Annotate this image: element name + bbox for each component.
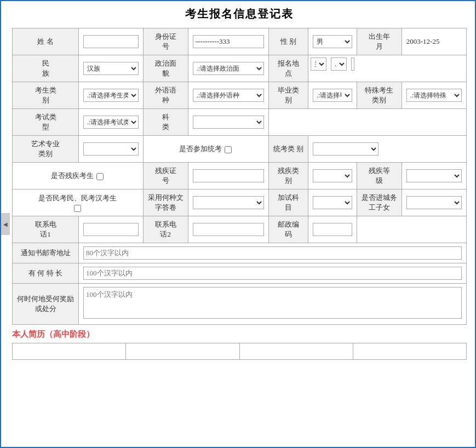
reg-sub-cell: .:请选择 — [329, 55, 349, 73]
address-cell — [79, 243, 467, 263]
test-type-select[interactable]: .:请选择考试类 — [83, 116, 139, 129]
address-input[interactable] — [83, 246, 462, 260]
extra-subject-label: 加试科目 — [268, 189, 308, 216]
main-content: 考生报名信息登记表 姓 名 身份证号 性 别 男 女 — [1, 1, 475, 365]
political-label: 政治面貌 — [143, 55, 188, 82]
table-row: 是否残疾考生 残疾证号 残疾类别 残疾等级 — [13, 163, 467, 189]
page-title: 考生报名信息登记表 — [12, 7, 467, 21]
disability-label: 是否残疾考生 — [51, 171, 94, 180]
table-row: 有 何 特 长 — [13, 263, 467, 284]
exam-type-select[interactable]: .:请选择考生类 — [83, 89, 139, 102]
award-cell — [79, 284, 467, 325]
gender-label: 性 别 — [268, 28, 308, 55]
disability-id-input[interactable] — [193, 169, 264, 182]
extra-subject-select[interactable] — [313, 196, 352, 209]
disability-type-select[interactable] — [313, 169, 352, 182]
tongkao-cell: 是否参加统考 — [143, 136, 268, 163]
subject-label: 科类 — [143, 109, 188, 136]
disability-level-select[interactable] — [406, 169, 462, 182]
ethnicity-select[interactable]: 汉族 — [83, 62, 139, 75]
award-textarea[interactable] — [83, 287, 462, 319]
phone2-label: 联系电话2 — [143, 216, 188, 243]
table-row: 艺术专业类别 是否参加统考 统考类 别 — [13, 136, 467, 163]
gender-select[interactable]: 男 女 — [313, 35, 352, 48]
disability-id-label: 残疾证号 — [143, 163, 188, 189]
phone1-label: 联系电话1 — [13, 216, 79, 243]
table-row: 是否民考民、民考汉考生 采用何种文字答卷 加试科目 是否进城务工子女 — [13, 189, 467, 216]
political-cell: .:请选择政治面 — [188, 55, 268, 82]
registration-sub-select[interactable]: .:请选择 — [331, 58, 347, 71]
disability-level-cell — [402, 163, 466, 189]
table-row: 何时何地受何奖励或处分 — [13, 284, 467, 325]
foreign-lang-cell: .:请选择外语种 — [188, 82, 268, 109]
minzu-label: 是否民考民、民考汉考生 — [38, 194, 117, 202]
phone1-cell — [79, 216, 144, 243]
address-label: 通知书邮寄地址 — [13, 243, 79, 263]
table-row: 考试类型 .:请选择考试类 科类 — [13, 109, 467, 136]
phone2-cell — [188, 216, 268, 243]
tongkao-type-label: 统考类 别 — [268, 136, 308, 163]
answer-type-select[interactable] — [193, 196, 264, 209]
resume-table — [12, 343, 467, 360]
disability-checkbox[interactable] — [96, 173, 104, 180]
tongkao-checkbox[interactable] — [225, 146, 232, 153]
answer-type-cell — [188, 189, 268, 216]
city-worker-cell — [402, 189, 466, 216]
table-row: 考生类别 .:请选择考生类 外语语种 .:请选择外语种 毕业类别 .:请选择毕业… — [13, 82, 467, 109]
reg-city-cell: 兰州市 — [308, 55, 329, 73]
test-type-label: 考试类型 — [13, 109, 79, 136]
name-input-cell — [79, 28, 144, 55]
registration-row: 兰州市 .:请选择 — [308, 55, 357, 73]
resume-row — [13, 343, 467, 360]
subject-select[interactable] — [193, 116, 264, 129]
foreign-lang-label: 外语语种 — [143, 82, 188, 109]
registration-inner: 兰州市 .:请选择 — [308, 55, 357, 73]
empty-cell-2 — [357, 216, 466, 243]
dob-cell: 2003-12-25 — [402, 28, 466, 55]
collapse-tab[interactable]: ◀ — [1, 213, 10, 235]
name-input[interactable] — [83, 35, 139, 48]
graduation-label: 毕业类别 — [268, 82, 308, 109]
tongkao-label: 是否参加统考 — [179, 145, 222, 153]
registration-city-select[interactable]: 兰州市 — [311, 58, 326, 71]
exam-type-label: 考生类别 — [13, 82, 79, 109]
graduation-select[interactable]: .:请选择毕业类 — [313, 89, 352, 102]
art-select[interactable] — [83, 142, 139, 156]
minzu-checkbox[interactable] — [74, 205, 81, 212]
art-cell — [79, 136, 144, 163]
city-worker-label: 是否进城务工子女 — [357, 189, 402, 216]
tongkao-type-select[interactable] — [313, 142, 378, 156]
registration-cell: 兰州市 .:请选择 — [308, 55, 357, 73]
dob-value: 2003-12-25 — [406, 37, 440, 45]
table-row: 姓 名 身份证号 性 别 男 女 出生年月 2003-12-25 — [13, 28, 467, 55]
award-label: 何时何地受何奖励或处分 — [13, 284, 79, 325]
gender-cell: 男 女 — [308, 28, 357, 55]
disability-type-cell — [308, 163, 357, 189]
political-select[interactable]: .:请选择政治面 — [193, 62, 264, 75]
table-row: 通知书邮寄地址 — [13, 243, 467, 263]
phone2-input[interactable] — [193, 223, 264, 236]
talent-input[interactable] — [83, 267, 462, 280]
name-label: 姓 名 — [13, 28, 79, 55]
special-select[interactable]: .:请选择特殊 — [406, 89, 462, 102]
disability-id-cell — [188, 163, 268, 189]
registration-sub2-select[interactable] — [351, 58, 354, 71]
disability-type-label: 残疾类别 — [268, 163, 308, 189]
resume-title: 本人简历（高中阶段） — [12, 325, 467, 342]
disability-level-label: 残疾等级 — [357, 163, 402, 189]
id-number-label: 身份证号 — [143, 28, 188, 55]
ethnicity-cell: 汉族 — [79, 55, 144, 82]
empty-cell-1 — [268, 109, 466, 136]
exam-type-cell: .:请选择考生类 — [79, 82, 144, 109]
special-label: 特殊考生类别 — [357, 82, 402, 109]
minzu-cell: 是否民考民、民考汉考生 — [13, 189, 144, 216]
phone1-input[interactable] — [83, 223, 139, 236]
foreign-lang-select[interactable]: .:请选择外语种 — [193, 89, 264, 102]
postal-input[interactable] — [313, 223, 352, 236]
table-row: 民族 汉族 政治面貌 .:请选择政治面 报名地点 — [13, 55, 467, 82]
id-number-cell — [188, 28, 268, 55]
subject-cell — [188, 109, 268, 136]
city-worker-select[interactable] — [406, 196, 462, 209]
id-number-input[interactable] — [193, 35, 264, 48]
disability-cell: 是否残疾考生 — [13, 163, 144, 189]
